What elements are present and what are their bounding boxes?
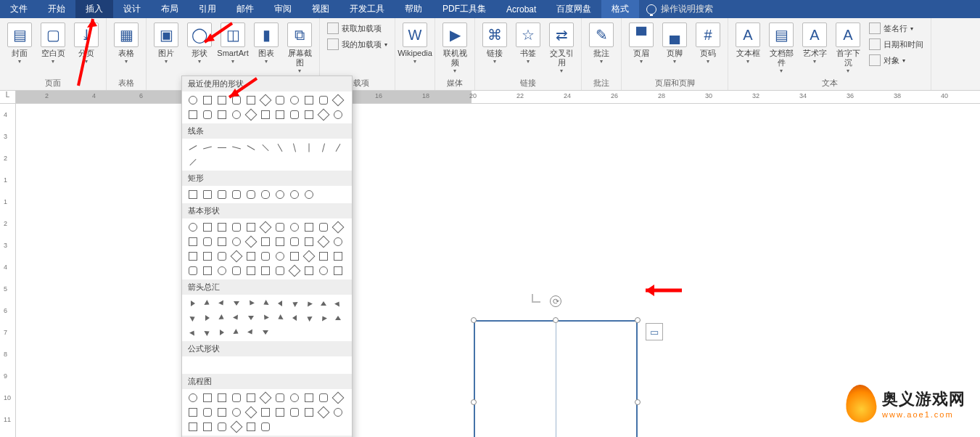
shape-item[interactable]	[186, 235, 199, 248]
shape-item[interactable]	[332, 391, 345, 404]
pagenum-button[interactable]: #页码▾	[693, 21, 723, 65]
shape-item[interactable]	[273, 297, 287, 310]
shape-item[interactable]	[186, 250, 199, 263]
tell-me-search[interactable]: 操作说明搜索	[639, 0, 720, 18]
store-button[interactable]: 获取加载项	[324, 21, 390, 36]
shape-item[interactable]	[244, 108, 258, 121]
image-button[interactable]: ▣图片▾	[151, 21, 181, 65]
blank-button[interactable]: ▢空白页▾	[38, 21, 68, 65]
shape-item[interactable]	[288, 235, 301, 248]
menu-tab-帮助[interactable]: 帮助	[395, 0, 432, 18]
shape-item[interactable]	[244, 406, 258, 419]
shape-item[interactable]	[302, 406, 316, 419]
shape-item[interactable]	[215, 264, 228, 277]
shape-item[interactable]	[244, 311, 258, 324]
link-button[interactable]: ⌘链接▾	[479, 21, 510, 65]
shape-item[interactable]	[244, 391, 258, 404]
shape-item[interactable]	[302, 311, 316, 324]
shape-item[interactable]	[332, 235, 345, 248]
shape-item[interactable]	[230, 264, 243, 277]
shape-item[interactable]	[273, 250, 287, 263]
shape-item[interactable]	[201, 264, 214, 277]
shape-item[interactable]	[273, 406, 287, 419]
shape-item[interactable]	[201, 326, 214, 339]
shape-item[interactable]	[273, 108, 287, 121]
shape-item[interactable]	[317, 406, 330, 419]
shape-item[interactable]	[230, 108, 243, 121]
screenshot-button[interactable]: ⧉屏幕截图▾	[284, 21, 315, 74]
shape-item[interactable]	[259, 406, 272, 419]
shape-item[interactable]	[317, 94, 330, 107]
menu-tab-PDF工具集[interactable]: PDF工具集	[432, 0, 496, 18]
shape-item[interactable]	[186, 326, 199, 339]
shape-item[interactable]	[186, 311, 199, 324]
resize-handle-nw[interactable]	[471, 317, 477, 323]
shape-item[interactable]	[244, 188, 258, 201]
shape-item[interactable]	[215, 359, 228, 372]
shape-item[interactable]	[186, 221, 199, 234]
date-button[interactable]: 日期和时间	[866, 37, 926, 52]
shape-item[interactable]	[288, 406, 301, 419]
shape-item[interactable]	[215, 420, 228, 433]
shape-item[interactable]	[201, 235, 214, 248]
shape-item[interactable]	[302, 297, 316, 310]
menu-tab-文件[interactable]: 文件	[0, 0, 38, 18]
shape-item[interactable]	[288, 264, 301, 277]
shape-item[interactable]	[317, 141, 330, 154]
resize-handle-ne[interactable]	[635, 317, 641, 323]
menu-tab-设计[interactable]: 设计	[113, 0, 151, 18]
shape-item[interactable]	[259, 188, 272, 201]
shape-item[interactable]	[302, 188, 316, 201]
shape-item[interactable]	[288, 188, 301, 201]
menu-tab-邮件[interactable]: 邮件	[226, 0, 264, 18]
shape-item[interactable]	[332, 406, 345, 419]
shape-item[interactable]	[273, 264, 287, 277]
shape-item[interactable]	[230, 326, 243, 339]
header-button[interactable]: ▀页眉▾	[626, 21, 656, 65]
resize-handle-w[interactable]	[471, 399, 477, 405]
rotate-handle[interactable]: ⟳	[550, 295, 561, 307]
shape-item[interactable]	[215, 188, 228, 201]
shape-item[interactable]	[201, 391, 214, 404]
cover-button[interactable]: ▤封面▾	[4, 21, 35, 65]
shape-item[interactable]	[244, 420, 258, 433]
shape-item[interactable]	[186, 406, 199, 419]
resize-handle-e[interactable]	[635, 399, 641, 405]
shape-item[interactable]	[230, 235, 243, 248]
wordart-button[interactable]: A艺术字▾	[799, 21, 830, 65]
shape-item[interactable]	[332, 141, 345, 154]
menu-tab-开发工具[interactable]: 开发工具	[339, 0, 395, 18]
shape-item[interactable]	[259, 420, 272, 433]
shape-item[interactable]	[201, 420, 214, 433]
shape-item[interactable]	[215, 311, 228, 324]
layout-options-button[interactable]: ▭	[646, 323, 663, 340]
shape-item[interactable]	[230, 250, 243, 263]
bookmark-button[interactable]: ☆书签▾	[513, 21, 543, 65]
shape-item[interactable]	[317, 391, 330, 404]
shape-item[interactable]	[259, 326, 272, 339]
shape-item[interactable]	[273, 391, 287, 404]
shape-item[interactable]	[230, 311, 243, 324]
menu-tab-开始[interactable]: 开始	[38, 0, 75, 18]
textbox-button[interactable]: A文本框▾	[733, 21, 763, 65]
shape-item[interactable]	[317, 108, 330, 121]
menu-tab-百度网盘[interactable]: 百度网盘	[546, 0, 601, 18]
shape-item[interactable]	[186, 264, 199, 277]
shape-item[interactable]	[259, 311, 272, 324]
shape-item[interactable]	[230, 297, 243, 310]
shape-item[interactable]	[186, 141, 199, 154]
shape-item[interactable]	[259, 108, 272, 121]
shape-item[interactable]	[332, 94, 345, 107]
shape-item[interactable]	[317, 250, 330, 263]
table-button[interactable]: ▦表格▾	[111, 21, 141, 65]
shape-item[interactable]	[201, 406, 214, 419]
shape-item[interactable]	[186, 420, 199, 433]
shape-item[interactable]	[244, 141, 258, 154]
shape-item[interactable]	[244, 359, 258, 372]
shape-item[interactable]	[201, 297, 214, 310]
selected-shape-rectangle[interactable]: ⟳	[474, 320, 638, 437]
video-button[interactable]: ▶联机视频▾	[440, 21, 470, 74]
shape-item[interactable]	[186, 94, 199, 107]
shape-item[interactable]	[288, 141, 301, 154]
shape-item[interactable]	[302, 391, 316, 404]
